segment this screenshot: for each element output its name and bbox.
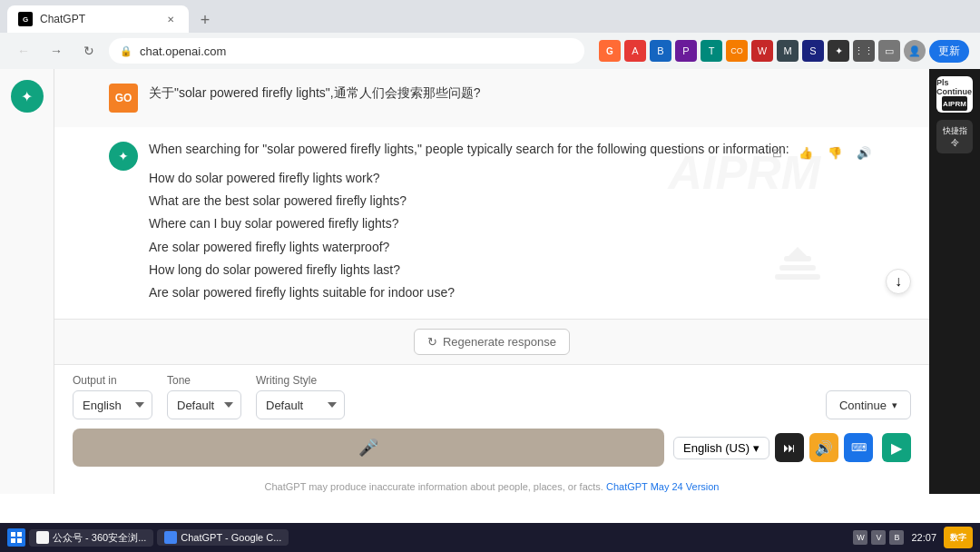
aiprm-brand: AIPRM <box>943 100 966 108</box>
taskbar-sys-icons: W V B <box>853 530 904 545</box>
lang-text: English (US) <box>683 441 750 455</box>
list-item: What are the best solar powered firefly … <box>149 190 875 212</box>
continue-label: Continue <box>839 399 887 412</box>
taskbar-icon-1 <box>36 531 49 544</box>
text-input[interactable]: 🎤 <box>73 429 664 467</box>
list-item: Are solar powered firefly lights suitabl… <box>149 281 875 304</box>
ext-icon-13[interactable]: 👤 <box>904 40 926 62</box>
list-item: Are solar powered firefly lights waterpr… <box>149 236 875 259</box>
ext-icon-4[interactable]: P <box>675 40 697 62</box>
style-select[interactable]: Default Academic Creative <box>256 390 345 419</box>
list-item: How do solar powered firefly lights work… <box>149 167 875 190</box>
footer-text: ChatGPT may produce inaccurate informati… <box>54 476 929 494</box>
svg-rect-5 <box>17 532 22 537</box>
tone-label: Tone <box>167 374 241 387</box>
regenerate-label: Regenerate response <box>443 335 556 349</box>
forward-btn[interactable]: → <box>44 38 69 64</box>
regenerate-bar: ↻ Regenerate response <box>54 319 929 364</box>
message-actions: ⊡ 👍 👎 🔊 <box>766 142 875 163</box>
aiprm-pls: Pls Continue <box>936 78 973 96</box>
copy-btn[interactable]: ⊡ <box>766 142 788 163</box>
tab-favicon: G <box>18 12 33 26</box>
thumbs-up-btn[interactable]: 👍 <box>795 142 817 163</box>
tab-close-btn[interactable]: ✕ <box>163 12 178 26</box>
scroll-down-btn[interactable]: ↓ <box>886 269 911 294</box>
taskbar-label-1: 公众号 - 360安全浏... <box>53 531 146 545</box>
aiprm-bar: AIPRM <box>942 96 967 111</box>
taskbar: 公众号 - 360安全浏... ChatGPT - Google C... W … <box>0 523 980 552</box>
ext-icon-8[interactable]: M <box>777 40 799 62</box>
tone-control: Tone Default Formal Casual <box>167 374 241 419</box>
regenerate-btn[interactable]: ↻ Regenerate response <box>414 329 570 355</box>
address-bar: ← → ↻ 🔒 chat.openai.com G A B P T CO W M… <box>0 33 980 69</box>
thumbs-down-btn[interactable]: 👎 <box>824 142 846 163</box>
volume-btn[interactable]: 🔊 <box>853 142 875 163</box>
start-btn[interactable] <box>7 528 25 547</box>
taskbar-time: 22:07 <box>911 532 936 543</box>
sidebar-left: ✦ <box>0 69 54 494</box>
ext-icon-5[interactable]: T <box>701 40 722 62</box>
new-tab-btn[interactable]: + <box>192 7 218 33</box>
user-message-text: 关于"solar powered firefly lights",通常人们会搜索… <box>149 84 480 103</box>
input-row: 🎤 English (US) ▾ ⏭ 🔊 ⌨ ▶ <box>73 429 911 467</box>
quick-commands-btn[interactable]: 快捷指令 <box>936 120 973 153</box>
browser-chrome: G ChatGPT ✕ + ← → ↻ 🔒 chat.openai.com G … <box>0 0 980 69</box>
ext-icon-12[interactable]: ▭ <box>878 40 900 62</box>
continue-arrow-icon: ▾ <box>892 399 897 411</box>
taskbar-battery-icon: B <box>889 530 904 545</box>
right-panel: Pls Continue AIPRM 快捷指令 <box>929 69 980 494</box>
lock-icon: 🔒 <box>120 45 132 57</box>
svg-rect-6 <box>11 538 15 543</box>
language-selector[interactable]: English (US) ▾ <box>673 437 769 459</box>
svg-rect-4 <box>11 532 15 537</box>
input-controls: English (US) ▾ ⏭ 🔊 ⌨ <box>673 433 873 462</box>
kb-btn[interactable]: ⌨ <box>844 433 873 462</box>
aiprm-logo-btn[interactable]: Pls Continue AIPRM <box>936 76 973 113</box>
controls-row: Output in English Chinese Spanish Tone D… <box>73 374 911 419</box>
taskbar-icon-2 <box>164 531 177 544</box>
user-avatar: GO <box>109 84 138 113</box>
taskbar-item-browser1[interactable]: 公众号 - 360安全浏... <box>29 529 153 547</box>
taskbar-wifi-icon: W <box>853 530 867 545</box>
update-btn[interactable]: 更新 <box>929 40 969 63</box>
tab-title: ChatGPT <box>40 13 156 25</box>
refresh-btn[interactable]: ↻ <box>76 38 102 64</box>
bottom-brand-btn[interactable]: 数字 <box>944 527 973 548</box>
ext-icon-7[interactable]: W <box>751 40 773 62</box>
ext-icon-6[interactable]: CO <box>726 40 748 62</box>
send-btn[interactable]: ▶ <box>882 433 911 462</box>
bottom-brand-text: 数字 <box>950 532 966 544</box>
ai-list: How do solar powered firefly lights work… <box>149 167 875 304</box>
ai-avatar: ✦ <box>109 142 138 171</box>
content-area: GO 关于"solar powered firefly lights",通常人们… <box>54 69 929 494</box>
output-select[interactable]: English Chinese Spanish <box>73 390 152 419</box>
output-label: Output in <box>73 374 152 387</box>
ai-content: When searching for "solar powered firefl… <box>149 142 875 304</box>
taskbar-item-browser2[interactable]: ChatGPT - Google C... <box>157 529 289 546</box>
output-control: Output in English Chinese Spanish <box>73 374 152 419</box>
continue-btn[interactable]: Continue ▾ <box>826 390 911 419</box>
input-section: Output in English Chinese Spanish Tone D… <box>54 364 929 476</box>
ext-icon-1[interactable]: G <box>599 40 621 62</box>
footer-link[interactable]: ChatGPT May 24 Version <box>606 481 720 492</box>
taskbar-right: W V B 22:07 数字 <box>853 527 973 548</box>
tts-btn[interactable]: 🔊 <box>809 433 838 462</box>
tone-select[interactable]: Default Formal Casual <box>167 390 241 419</box>
url-text: chat.openai.com <box>140 44 226 58</box>
address-input[interactable]: 🔒 chat.openai.com <box>109 38 584 64</box>
skip-btn[interactable]: ⏭ <box>775 433 804 462</box>
list-item: Where can I buy solar powered firefly li… <box>149 212 875 235</box>
chatgpt-tab[interactable]: G ChatGPT ✕ <box>7 5 189 33</box>
style-control: Writing Style Default Academic Creative <box>256 374 345 419</box>
ext-icon-9[interactable]: S <box>802 40 824 62</box>
chatgpt-logo[interactable]: ✦ <box>11 80 44 113</box>
extensions-area: G A B P T CO W M S ✦ ⋮⋮ ▭ 👤 更新 <box>599 40 969 63</box>
taskbar-label-2: ChatGPT - Google C... <box>181 532 281 543</box>
ext-icon-2[interactable]: A <box>624 40 646 62</box>
ext-icon-3[interactable]: B <box>650 40 671 62</box>
back-btn[interactable]: ← <box>11 38 36 64</box>
ext-icon-10[interactable]: ✦ <box>828 40 849 62</box>
ext-icon-11[interactable]: ⋮⋮ <box>853 40 875 62</box>
style-label: Writing Style <box>256 374 345 387</box>
tab-bar: G ChatGPT ✕ + <box>0 0 980 33</box>
